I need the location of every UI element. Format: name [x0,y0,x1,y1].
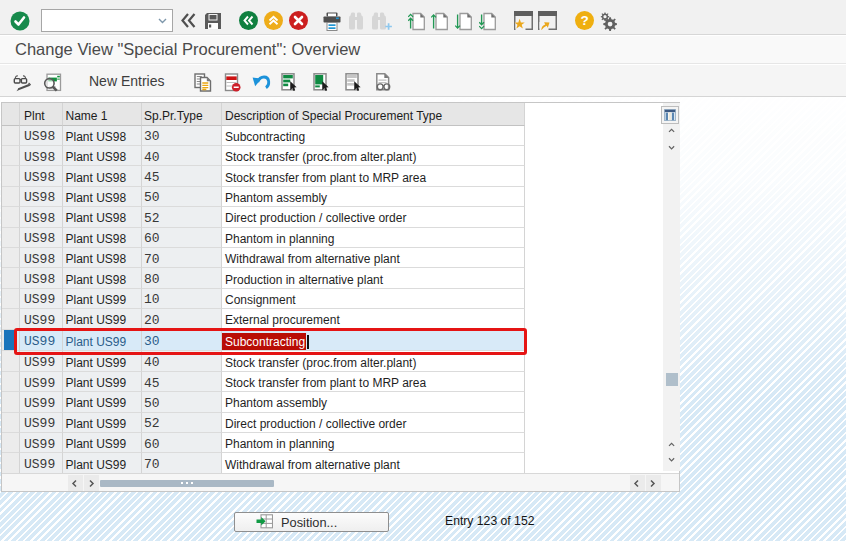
svg-text:?: ? [580,13,588,28]
